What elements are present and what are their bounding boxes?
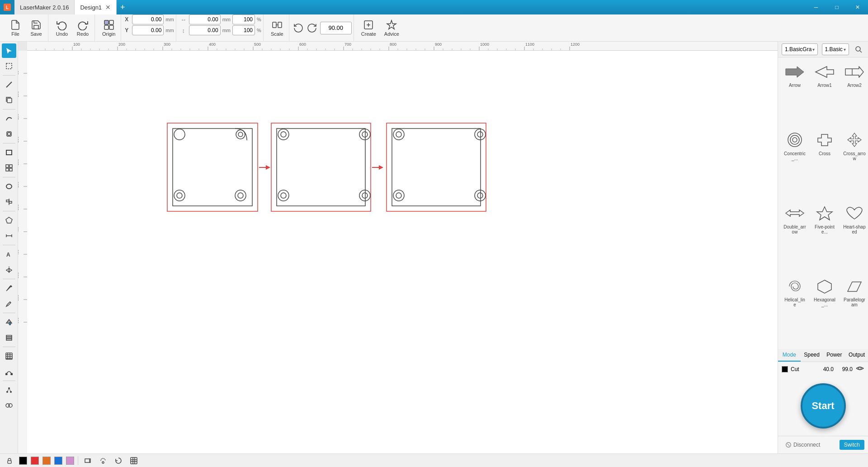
shape-helical[interactable]: Helical_line: [782, 276, 808, 345]
x-input[interactable]: [132, 14, 164, 24]
svg-rect-202: [85, 459, 90, 462]
svg-text:550: 550: [18, 295, 19, 301]
maximize-button[interactable]: □: [826, 0, 847, 14]
shape-arrow2[interactable]: Arrow2: [841, 61, 868, 126]
create-button[interactable]: Create: [358, 16, 380, 40]
bottom-select-rect-button[interactable]: [82, 455, 94, 467]
file-button[interactable]: File: [5, 16, 25, 40]
tab-close-button[interactable]: ✕: [105, 4, 111, 11]
color-red[interactable]: [31, 457, 39, 465]
svg-rect-17: [6, 150, 12, 155]
tool-line[interactable]: [2, 77, 16, 92]
undo-button[interactable]: Undo: [52, 16, 72, 40]
shape-heart[interactable]: Heart-shaped: [841, 203, 868, 272]
tab-add-button[interactable]: +: [117, 0, 129, 14]
y-input[interactable]: [132, 25, 164, 35]
svg-text:400: 400: [209, 42, 216, 47]
right-panel: 1.BasicGra 1.Basic Arrow: [778, 42, 868, 453]
shape-cross[interactable]: Cross: [811, 129, 838, 199]
tool-pen[interactable]: [2, 281, 16, 295]
layer-color-0: [782, 366, 788, 372]
design-canvas[interactable]: [27, 51, 778, 453]
bottom-grid-button[interactable]: [128, 455, 140, 467]
shape-arrow1[interactable]: Arrow1: [811, 61, 838, 126]
svg-marker-33: [9, 268, 12, 272]
tool-edit[interactable]: [2, 296, 16, 311]
tool-polygon[interactable]: [2, 213, 16, 228]
disconnect-button[interactable]: Disconnect: [782, 440, 824, 450]
svg-text:300: 300: [18, 181, 19, 188]
shape-five-point-star[interactable]: Five-pointe...: [811, 203, 838, 272]
tool-grid-copy[interactable]: [2, 161, 16, 175]
tool-table[interactable]: [2, 349, 16, 363]
width-input[interactable]: [189, 14, 221, 24]
minimize-button[interactable]: ─: [806, 0, 826, 14]
tool-rect[interactable]: [2, 145, 16, 160]
svg-rect-161: [271, 123, 371, 211]
svg-marker-172: [379, 165, 383, 170]
tool-offset[interactable]: [2, 127, 16, 141]
rotation-input[interactable]: 90.00: [320, 22, 352, 34]
tool-dimension[interactable]: [2, 229, 16, 243]
height-pct-input[interactable]: [232, 25, 255, 35]
tool-select-rect[interactable]: [2, 59, 16, 73]
shape-category-dropdown[interactable]: 1.BasicGra: [782, 43, 818, 55]
svg-rect-4: [104, 25, 108, 29]
lock-icon[interactable]: [4, 455, 15, 467]
tool-select[interactable]: [2, 43, 16, 58]
shape-double-arrow[interactable]: Double_arrow: [782, 203, 808, 272]
shape-parallelogram[interactable]: Parallelogram: [841, 276, 868, 345]
svg-point-166: [362, 132, 368, 137]
tab-output[interactable]: Output: [845, 349, 868, 362]
shape-search-button[interactable]: [853, 43, 864, 55]
svg-point-177: [475, 129, 486, 140]
tool-copy[interactable]: [2, 93, 16, 107]
shape-hexagon[interactable]: Hexagonal_...: [811, 276, 838, 345]
scale-button[interactable]: Scale: [267, 16, 287, 40]
svg-marker-26: [6, 217, 12, 223]
width-pct-input[interactable]: [232, 14, 255, 24]
shape-cross-arrow[interactable]: Cross_arrow: [841, 129, 868, 199]
tool-special[interactable]: [2, 383, 16, 397]
svg-text:1000: 1000: [480, 42, 489, 47]
color-orange[interactable]: [42, 457, 51, 465]
tool-path-edit[interactable]: [2, 364, 16, 379]
color-blue[interactable]: [54, 457, 62, 465]
close-button[interactable]: ✕: [847, 0, 868, 14]
bottom-refresh-button[interactable]: [113, 455, 124, 467]
switch-button[interactable]: Switch: [840, 440, 864, 450]
start-button[interactable]: Start: [801, 383, 846, 429]
shape-arrow[interactable]: Arrow: [782, 61, 808, 126]
tool-layers[interactable]: [2, 330, 16, 345]
shape-concentric[interactable]: Concentric_...: [782, 129, 808, 199]
tool-curve[interactable]: [2, 111, 16, 126]
tool-mirror[interactable]: [2, 262, 16, 277]
ruler-vertical: 50100150200250300350400450500550600: [18, 51, 27, 453]
tool-fill[interactable]: [2, 315, 16, 329]
layer-visibility-0[interactable]: [855, 366, 864, 372]
create-group: Create Advice: [356, 14, 405, 41]
tab-design1[interactable]: Design1 ✕: [75, 0, 117, 14]
bottom-select-lasso-button[interactable]: [97, 455, 109, 467]
tab-speed[interactable]: Speed: [801, 349, 823, 362]
color-purple[interactable]: [66, 457, 74, 465]
tool-align[interactable]: [2, 195, 16, 209]
tab-mode[interactable]: Mode: [778, 349, 801, 362]
svg-rect-204: [131, 457, 137, 464]
tool-weld[interactable]: [2, 398, 16, 413]
svg-text:500: 500: [18, 272, 19, 278]
svg-text:450: 450: [18, 249, 19, 256]
tool-text[interactable]: A: [2, 247, 16, 262]
height-input[interactable]: [189, 25, 221, 35]
tab-app-title: LaserMaker 2.0.16: [14, 0, 75, 14]
advice-button[interactable]: Advice: [381, 16, 403, 40]
color-black[interactable]: [19, 457, 27, 465]
tab-power[interactable]: Power: [823, 349, 846, 362]
save-button[interactable]: Save: [26, 16, 46, 40]
redo-button[interactable]: Redo: [73, 16, 93, 40]
shape-subcategory-dropdown[interactable]: 1.Basic: [822, 43, 849, 55]
bottom-bar: [0, 453, 868, 467]
origin-button[interactable]: Origin: [99, 16, 119, 40]
layer-row-0[interactable]: Cut 40.0 99.0: [780, 364, 866, 374]
tool-ellipse[interactable]: [2, 179, 16, 194]
